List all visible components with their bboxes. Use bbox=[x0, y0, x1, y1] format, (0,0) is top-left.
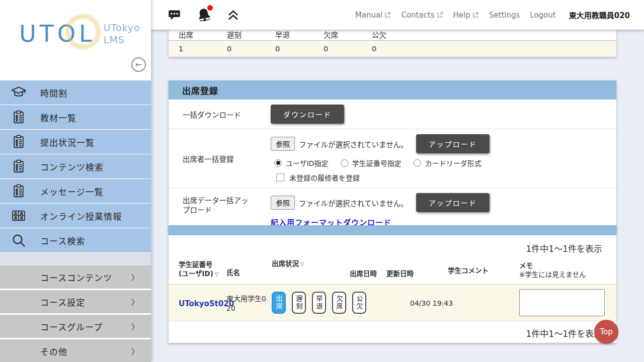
attendee-bulk-register-row: 出席者一括登録 参照 ファイルが選択されていません。 アップロード ユーザID指… bbox=[169, 129, 616, 188]
main-area: 出席 遅刻 早退 欠席 公欠 1 0 0 0 0 出席登録 一括ダウンロード ダ… bbox=[151, 0, 644, 362]
register-unregistered-label: 未登録の履修者を登録 bbox=[289, 172, 360, 183]
summary-val-present: 1 bbox=[169, 45, 217, 53]
radio-unchecked-icon[interactable] bbox=[414, 159, 421, 167]
notifications-bell-icon[interactable] bbox=[196, 7, 212, 23]
chat-icon[interactable] bbox=[168, 8, 181, 22]
clipboard-icon bbox=[10, 133, 27, 150]
collapse-topbar-icon[interactable] bbox=[227, 10, 239, 21]
sidebar-item-submission-status[interactable]: 提出状況一覧 bbox=[0, 130, 151, 154]
graduation-cap-icon bbox=[10, 84, 27, 101]
sidebar-menu: 時間割 教材一覧 提出状況一覧 bbox=[0, 80, 151, 362]
summary-val-absent: 0 bbox=[313, 45, 362, 53]
back-to-top-button[interactable]: Top bbox=[594, 320, 618, 344]
attendance-list-footer: 1件中1〜1件を表示 bbox=[169, 321, 616, 342]
chevron-right-icon: 〉 bbox=[131, 297, 139, 307]
clipboard-icon bbox=[10, 158, 27, 175]
utol-logo[interactable]: UTOL UTokyo LMS bbox=[19, 20, 140, 47]
memo-textarea[interactable] bbox=[519, 289, 605, 316]
sidebar-item-course-group[interactable]: コースグループ 〉 bbox=[0, 315, 151, 338]
help-link[interactable]: Help bbox=[453, 11, 479, 20]
attendance-list-panel: 1件中1〜1件を表示 学生証番号 (ユーザID)▽ 氏名 出席状況▽ 出席日時 … bbox=[169, 225, 616, 343]
browse-file-button[interactable]: 参照 bbox=[271, 196, 295, 210]
logo-subtitle-line2: LMS bbox=[104, 34, 140, 46]
sidebar-item-label: 提出状況一覧 bbox=[40, 136, 95, 148]
registration-panel-title: 出席登録 bbox=[169, 80, 616, 100]
summary-col-early-leave: 早退 bbox=[265, 29, 313, 40]
status-button-excused[interactable]: 公欠 bbox=[352, 292, 366, 314]
radio-user-id[interactable]: ユーザID指定 bbox=[274, 158, 329, 168]
sidebar-item-label: 時間割 bbox=[40, 86, 67, 99]
settings-link[interactable]: Settings bbox=[489, 11, 520, 20]
summary-val-late: 0 bbox=[217, 45, 265, 53]
col-status[interactable]: 出席状況▽ bbox=[272, 259, 304, 269]
sidebar-item-content-search[interactable]: コンテンツ検索 bbox=[0, 154, 151, 178]
top-bar: Manual Contacts Help Settings Logout 東大用… bbox=[151, 0, 644, 30]
bulk-download-label: 一括ダウンロード bbox=[183, 105, 271, 124]
sort-icon[interactable]: ▽ bbox=[215, 272, 219, 277]
status-button-absent[interactable]: 欠席 bbox=[332, 292, 346, 314]
radio-student-card-number[interactable]: 学生証番号指定 bbox=[341, 158, 401, 168]
notification-badge-dot bbox=[207, 5, 213, 11]
sidebar-collapse-button[interactable]: ← bbox=[131, 57, 146, 72]
logo-subtitle-line1: UTokyo bbox=[104, 22, 140, 34]
manual-link[interactable]: Manual bbox=[355, 11, 391, 20]
attendance-list-header-bar bbox=[169, 225, 616, 235]
summary-col-present: 出席 bbox=[169, 29, 217, 40]
sidebar: UTOL UTokyo LMS ← 時間割 教材一覧 bbox=[0, 0, 151, 362]
download-button[interactable]: ダウンロード bbox=[271, 105, 344, 124]
summary-col-excused: 公欠 bbox=[362, 29, 410, 40]
upload-button[interactable]: アップロード bbox=[416, 193, 490, 212]
sidebar-item-timetable[interactable]: 時間割 bbox=[0, 80, 151, 105]
col-attended-datetime: 出席日時 bbox=[350, 269, 377, 278]
status-button-early-leave[interactable]: 早退 bbox=[312, 292, 326, 314]
sidebar-item-materials[interactable]: 教材一覧 bbox=[0, 105, 151, 129]
col-memo: メモ ※学生には見えません bbox=[519, 261, 586, 279]
current-user-name: 東大用教職員020 bbox=[569, 10, 630, 20]
attendee-bulk-register-label: 出席者一括登録 bbox=[183, 134, 271, 183]
col-student-id[interactable]: 学生証番号 (ユーザID)▽ bbox=[179, 260, 219, 279]
sidebar-item-online-class-info[interactable]: オンライン授業情報 bbox=[0, 204, 151, 228]
upload-button[interactable]: アップロード bbox=[416, 134, 490, 153]
search-icon bbox=[10, 232, 27, 249]
sidebar-item-label: オンライン授業情報 bbox=[40, 210, 122, 222]
status-button-late[interactable]: 遅刻 bbox=[292, 292, 306, 314]
result-count-text: 1件中1〜1件を表示 bbox=[526, 327, 602, 339]
sidebar-group-divider bbox=[0, 253, 151, 265]
register-format-radio-group: ユーザID指定 学生証番号指定 カードリーダ形式 bbox=[274, 158, 616, 168]
updated-datetime-value: 04/30 19:43 bbox=[410, 299, 453, 307]
result-count-text: 1件中1〜1件を表示 bbox=[526, 242, 602, 254]
sort-icon[interactable]: ▽ bbox=[300, 261, 304, 267]
summary-value-row: 1 0 0 0 0 bbox=[169, 41, 616, 57]
status-button-group: 出席 遅刻 早退 欠席 公欠 bbox=[272, 292, 366, 314]
sidebar-item-messages[interactable]: メッセージ一覧 bbox=[0, 179, 151, 203]
summary-val-excused: 0 bbox=[362, 45, 410, 53]
contacts-link[interactable]: Contacts bbox=[401, 11, 443, 20]
no-file-selected-text: ファイルが選択されていません。 bbox=[299, 198, 408, 208]
radio-card-reader-format[interactable]: カードリーダ形式 bbox=[414, 158, 481, 168]
sidebar-item-others[interactable]: その他 〉 bbox=[0, 339, 151, 362]
checkbox-unchecked-icon[interactable] bbox=[276, 173, 284, 182]
browse-file-button[interactable]: 参照 bbox=[271, 137, 295, 151]
summary-val-early-leave: 0 bbox=[265, 45, 313, 53]
attendance-registration-panel: 出席登録 一括ダウンロード ダウンロード 出席者一括登録 参照 ファイルが選択さ… bbox=[169, 80, 616, 232]
summary-col-late: 遅刻 bbox=[217, 29, 265, 40]
sidebar-item-label: メッセージ一覧 bbox=[40, 185, 104, 198]
radio-checked-icon[interactable] bbox=[274, 159, 282, 167]
radio-unchecked-icon[interactable] bbox=[341, 159, 348, 167]
sidebar-item-course-settings[interactable]: コース設定 〉 bbox=[0, 290, 151, 313]
col-student-comment: 学生コメント bbox=[448, 266, 489, 275]
student-id-link[interactable]: UTokyoSt020 bbox=[179, 299, 234, 308]
col-name: 氏名 bbox=[226, 268, 240, 277]
summary-header-row: 出席 遅刻 早退 欠席 公欠 bbox=[169, 29, 616, 41]
col-updated-datetime: 更新日時 bbox=[386, 269, 414, 278]
chevron-right-icon: 〉 bbox=[131, 346, 139, 356]
sidebar-item-label: コンテンツ検索 bbox=[40, 160, 104, 173]
external-link-icon bbox=[384, 12, 391, 18]
no-file-selected-text: ファイルが選択されていません。 bbox=[299, 139, 408, 149]
sidebar-item-course-contents[interactable]: コースコンテンツ 〉 bbox=[0, 265, 151, 289]
external-link-icon bbox=[472, 12, 479, 18]
people-grid-icon bbox=[10, 207, 27, 224]
logout-link[interactable]: Logout bbox=[530, 11, 555, 20]
sidebar-item-course-search[interactable]: コース検索 bbox=[0, 228, 151, 252]
status-button-present[interactable]: 出席 bbox=[272, 292, 286, 314]
